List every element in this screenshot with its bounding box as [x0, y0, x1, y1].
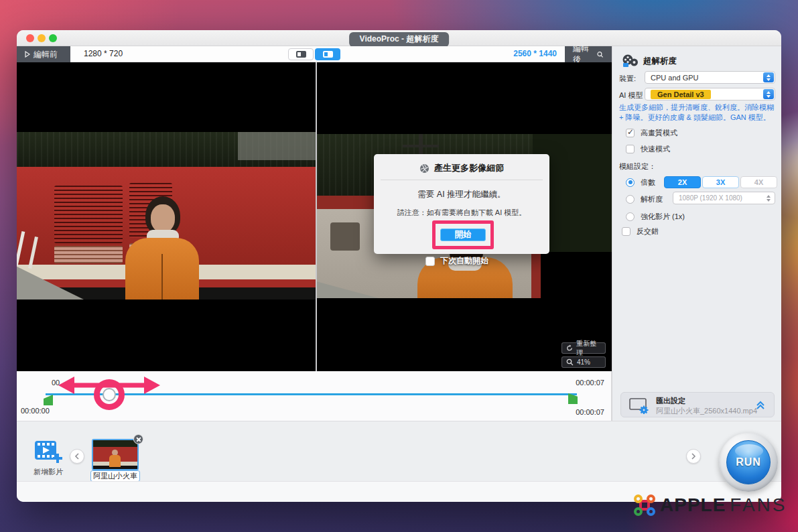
magnifier-icon	[566, 358, 574, 366]
media-bar: 新增影片 阿里山小火車	[17, 421, 781, 481]
tab-after-edit[interactable]: 編輯後	[565, 46, 612, 62]
export-filename: 阿里山小火車_2560x1440.mp4	[656, 406, 757, 416]
timeline-panel: 00 00:00:07 00:00:00 00:00:07	[17, 371, 612, 421]
pole-crossarm	[403, 145, 439, 147]
monitor-gear-icon	[629, 398, 649, 414]
thumb-forest	[93, 440, 139, 447]
scale-option-row[interactable]: 倍數 2X 3X 4X	[626, 176, 777, 188]
before-video-frame	[17, 132, 316, 300]
after-resolution: 2560 * 1440	[513, 49, 557, 58]
zoom-window-button[interactable]	[49, 34, 57, 42]
export-settings-title: 匯出設定	[656, 396, 685, 406]
auto-start-label: 下次自動開始	[440, 255, 488, 267]
dialog-divider	[381, 180, 543, 180]
minimize-window-button[interactable]	[38, 34, 46, 42]
clip-thumbnail[interactable]	[92, 439, 139, 470]
dialog-note: 請注意：如有需要將自動下載 AI 模型。	[374, 208, 549, 218]
add-video-button[interactable]: 新增影片	[29, 438, 68, 477]
scroll-left-button[interactable]	[70, 449, 84, 464]
export-settings-panel[interactable]: 匯出設定 阿里山小火車_2560x1440.mp4	[620, 392, 775, 417]
ai-inference-dialog: 產生更多影像細節 需要 AI 推理才能繼續。 請注意：如有需要將自動下載 AI …	[374, 154, 549, 254]
hq-mode-checkbox[interactable]	[626, 129, 635, 137]
brand-fans-text: FANS	[730, 494, 787, 516]
run-button-area: RUN	[719, 433, 778, 492]
dialog-title: 產生更多影像細節	[434, 162, 504, 174]
enhance-option-row[interactable]: 強化影片 (1x)	[626, 212, 685, 222]
timeline-end-tick: 00:00:07	[576, 379, 604, 387]
resolution-label: 解析度	[641, 194, 663, 204]
enhance-label: 強化影片 (1x)	[641, 212, 685, 222]
hq-mode-option[interactable]: 高畫質模式	[626, 128, 677, 138]
scale-radio[interactable]	[626, 178, 635, 187]
device-select[interactable]: CPU and GPU	[645, 71, 775, 84]
chevron-right-icon	[691, 453, 696, 460]
scale-3x-button[interactable]: 3X	[702, 176, 739, 188]
ai-model-value: Gen Detail v3	[651, 90, 711, 99]
app-window: VideoProc - 超解析度 編輯前 1280 * 720 2560 * 1…	[17, 30, 781, 502]
fast-mode-option[interactable]: 快速模式	[626, 144, 670, 154]
resolution-radio[interactable]	[626, 195, 635, 204]
auto-start-option[interactable]: 下次自動開始	[425, 255, 488, 267]
building-background	[238, 132, 316, 160]
deinterlace-label: 反交錯	[637, 226, 659, 237]
resolution-select[interactable]: 1080P (1920 X 1080)	[673, 192, 775, 204]
model-description: 生成更多細節，提升清晰度、銳利度。消除模糊 + 降噪。更好的皮膚 & 頭髮細節。…	[619, 103, 779, 123]
enhance-radio[interactable]	[626, 212, 635, 221]
train-vent-lower	[54, 246, 123, 263]
scale-2x-button[interactable]: 2X	[664, 176, 701, 188]
fast-mode-label: 快速模式	[641, 144, 670, 154]
train-vent	[54, 186, 123, 243]
auto-start-checkbox[interactable]	[425, 257, 435, 266]
scale-label: 倍數	[641, 178, 655, 188]
aperture-icon	[419, 163, 429, 174]
film-reel-icon	[622, 54, 638, 68]
split-view-icon	[323, 51, 333, 58]
start-button[interactable]: 開始	[440, 228, 486, 241]
dialog-message: 需要 AI 推理才能繼續。	[374, 189, 549, 200]
desktop-wallpaper: VideoProc - 超解析度 編輯前 1280 * 720 2560 * 1…	[0, 0, 798, 532]
close-window-button[interactable]	[26, 34, 34, 42]
filmstrip-plus-icon	[34, 438, 63, 465]
add-video-label: 新增影片	[29, 467, 68, 477]
refresh-icon	[566, 344, 573, 352]
fast-mode-checkbox[interactable]	[626, 145, 635, 153]
super-resolution-sidebar: 超解析度 裝置: CPU and GPU AI 模型： Gen Detail v…	[612, 46, 781, 421]
ai-model-select[interactable]: Gen Detail v3	[645, 88, 775, 101]
run-button[interactable]: RUN	[726, 440, 771, 484]
video-compare-viewer: 重新整理 41% 產生更多影像細節 需要 AI 推理才能繼續。 請注意：如有需要…	[17, 62, 612, 371]
deinterlace-option[interactable]: 反交錯	[622, 226, 659, 237]
magnifier-icon	[597, 51, 604, 58]
split-view-toggle[interactable]	[315, 48, 340, 60]
remove-clip-button[interactable]	[133, 434, 143, 444]
annotation-highlight-box: 開始	[432, 220, 494, 249]
timeline-start-time: 00:00:00	[21, 407, 50, 415]
tab-before-edit[interactable]: 編輯前	[17, 46, 70, 62]
before-video-pane[interactable]	[17, 62, 316, 371]
pane-divider[interactable]	[316, 62, 317, 371]
zoom-level-button[interactable]: 41%	[561, 356, 606, 368]
trim-handle-start[interactable]	[44, 395, 53, 405]
zoom-level-value: 41%	[577, 358, 590, 366]
resolution-option-row[interactable]: 解析度	[626, 194, 663, 204]
timeline-end-time: 00:00:07	[576, 408, 604, 416]
jacket-zipper	[161, 254, 163, 300]
clip-name-label: 阿里山小火車	[90, 470, 140, 482]
train-window	[330, 222, 360, 251]
sidebar-title: 超解析度	[643, 56, 677, 67]
stepper-icon	[763, 89, 774, 99]
scale-4x-button[interactable]: 4X	[740, 176, 777, 188]
device-label: 裝置:	[619, 74, 636, 84]
single-view-toggle[interactable]	[288, 48, 314, 60]
deinterlace-checkbox[interactable]	[622, 227, 630, 236]
woman-face	[151, 204, 175, 232]
playhead-scrubber[interactable]	[103, 388, 116, 401]
single-view-icon	[296, 51, 306, 58]
refresh-preview-button[interactable]: 重新整理	[561, 342, 606, 354]
chevron-left-icon	[74, 453, 80, 460]
scroll-right-button[interactable]	[686, 449, 701, 464]
double-chevron-up-icon[interactable]	[755, 400, 766, 411]
compare-toolbar: 編輯前 1280 * 720 2560 * 1440 編輯後	[17, 46, 612, 62]
stepper-icon	[763, 193, 774, 203]
device-value: CPU and GPU	[651, 74, 699, 82]
window-title: VideoProc - 超解析度	[349, 32, 450, 47]
